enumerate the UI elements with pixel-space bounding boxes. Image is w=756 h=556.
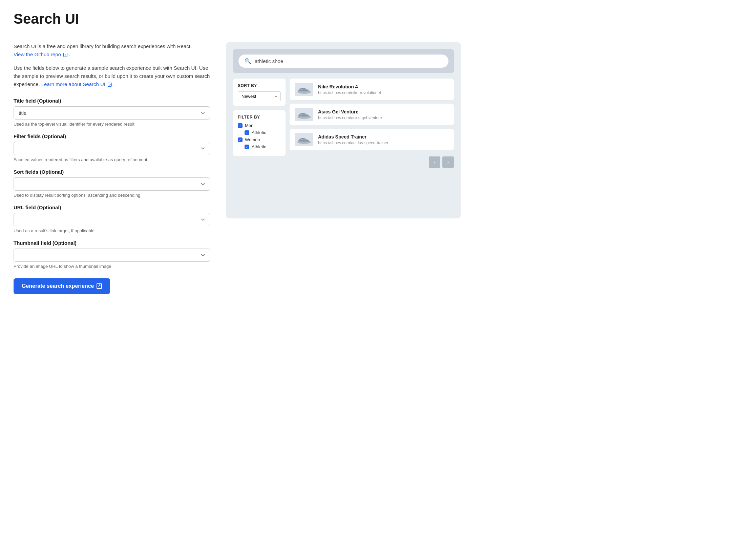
filter-item-women-athletic: Athletic xyxy=(245,144,281,149)
main-layout: Search UI is a free and open library for… xyxy=(14,42,461,294)
thumbnail-field-label: Thumbnail field (Optional) xyxy=(14,240,210,246)
pagination-next[interactable]: › xyxy=(442,156,454,168)
result-thumbnail-2 xyxy=(295,108,313,121)
title-field-select[interactable]: title name product_name xyxy=(14,106,210,120)
title-field-label: Title field (Optional) xyxy=(14,98,210,104)
filter-label-women-athletic: Athletic xyxy=(252,144,266,149)
generate-button[interactable]: Generate search experience xyxy=(14,278,110,294)
generate-external-icon xyxy=(97,283,102,289)
filter-fields-select[interactable]: category brand gender xyxy=(14,142,210,155)
sort-by-label: SORT BY xyxy=(238,83,281,88)
sort-fields-label: Sort fields (Optional) xyxy=(14,169,210,175)
search-value: athletic shoe xyxy=(255,58,283,64)
result-title-1: Nike Revolution 4 xyxy=(318,84,448,89)
external-link-icon-2 xyxy=(108,83,112,87)
result-url-2: https://shoes.com/asics-gel-venture xyxy=(318,115,448,120)
result-info-3: Adidas Speed Trainer https://shoes.com/a… xyxy=(318,134,448,145)
filter-checkbox-women-athletic[interactable] xyxy=(245,145,249,149)
result-url-3: https://shoes.com/adidas-speed-trainer xyxy=(318,141,448,145)
generate-button-label: Generate search experience xyxy=(22,283,94,289)
url-field-section: URL field (Optional) url link href Used … xyxy=(14,205,210,233)
filter-label-men-athletic: Athletic xyxy=(252,130,266,135)
sort-fields-hint: Used to display result sorting options, … xyxy=(14,193,210,198)
sort-fields-section: Sort fields (Optional) price rating newe… xyxy=(14,169,210,198)
filter-fields-label: Filter fields (Optional) xyxy=(14,133,210,139)
result-title-2: Asics Gel Venture xyxy=(318,109,448,114)
thumbnail-field-hint: Provide an image URL to show a thumbnail… xyxy=(14,264,210,269)
filter-item-men-athletic: Athletic xyxy=(245,130,281,135)
filter-label-women: Women xyxy=(245,137,260,142)
result-url-1: https://shoes.com/nike-revolution-4 xyxy=(318,90,448,95)
sort-filter-column: SORT BY Newest Oldest Price Low Price Hi… xyxy=(233,79,286,168)
result-card-1[interactable]: Nike Revolution 4 https://shoes.com/nike… xyxy=(290,79,454,100)
search-bar-wrapper: 🔍 athletic shoe xyxy=(233,49,454,73)
sort-fields-select[interactable]: price rating newest xyxy=(14,177,210,191)
filter-checkbox-men[interactable] xyxy=(238,123,243,128)
thumbnail-field-section: Thumbnail field (Optional) image thumbna… xyxy=(14,240,210,269)
url-field-select[interactable]: url link href xyxy=(14,213,210,226)
filter-checkbox-women[interactable] xyxy=(238,137,243,142)
title-field-section: Title field (Optional) title name produc… xyxy=(14,98,210,127)
url-field-label: URL field (Optional) xyxy=(14,205,210,210)
github-link[interactable]: View the Github repo xyxy=(14,51,69,57)
filter-item-women: Women xyxy=(238,137,281,142)
result-card-3[interactable]: Adidas Speed Trainer https://shoes.com/a… xyxy=(290,129,454,150)
left-panel: Search UI is a free and open library for… xyxy=(14,42,210,294)
learn-more-link[interactable]: Learn more about Search UI xyxy=(41,81,113,87)
sort-select[interactable]: Newest Oldest Price Low Price High xyxy=(238,91,281,101)
preview-panel: 🔍 athletic shoe SORT BY Newest Oldest Pr… xyxy=(226,42,461,218)
result-info-1: Nike Revolution 4 https://shoes.com/nike… xyxy=(318,84,448,95)
results-column: Nike Revolution 4 https://shoes.com/nike… xyxy=(290,79,454,168)
external-link-icon xyxy=(63,53,67,57)
filter-item-men: Men xyxy=(238,123,281,128)
result-thumbnail-1 xyxy=(295,83,313,96)
filter-checkbox-men-athletic[interactable] xyxy=(245,130,249,135)
pagination: ‹ › xyxy=(290,156,454,168)
preview-content: SORT BY Newest Oldest Price Low Price Hi… xyxy=(233,79,454,168)
thumbnail-field-select[interactable]: image thumbnail photo xyxy=(14,249,210,262)
divider xyxy=(14,34,461,34)
pagination-prev[interactable]: ‹ xyxy=(429,156,440,168)
url-field-hint: Used as a result's link target, if appli… xyxy=(14,228,210,233)
filter-by-label: FILTER BY xyxy=(238,115,281,120)
filter-fields-section: Filter fields (Optional) category brand … xyxy=(14,133,210,162)
sort-box: SORT BY Newest Oldest Price Low Price Hi… xyxy=(233,79,286,106)
result-thumbnail-3 xyxy=(295,133,313,146)
result-title-3: Adidas Speed Trainer xyxy=(318,134,448,140)
search-input-box[interactable]: 🔍 athletic shoe xyxy=(238,55,448,68)
result-card-2[interactable]: Asics Gel Venture https://shoes.com/asic… xyxy=(290,104,454,125)
search-icon: 🔍 xyxy=(245,58,251,64)
intro-description: Search UI is a free and open library for… xyxy=(14,42,210,59)
page-title: Search UI xyxy=(14,11,461,27)
filter-box: FILTER BY Men Athletic Women xyxy=(233,110,286,156)
body-text: Use the fields below to generate a sampl… xyxy=(14,64,210,88)
filter-fields-hint: Faceted values rendered as filters and a… xyxy=(14,157,210,162)
filter-label-men: Men xyxy=(245,123,253,128)
result-info-2: Asics Gel Venture https://shoes.com/asic… xyxy=(318,109,448,120)
title-field-hint: Used as the top-level visual identifier … xyxy=(14,122,210,127)
